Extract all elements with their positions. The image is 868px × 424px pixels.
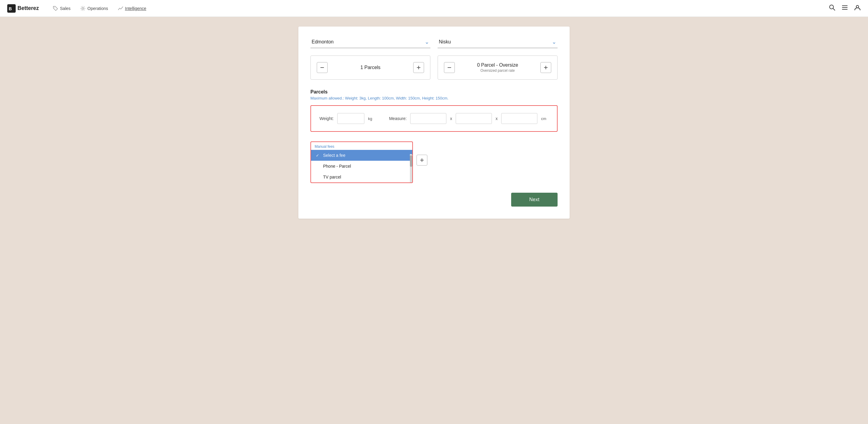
content-card: Edmonton ⌄ Nisku ⌄ 1 [299,27,569,219]
logo-text: Betterez [18,5,39,11]
svg-line-5 [833,8,835,10]
gear-icon [80,6,86,11]
regular-parcel-counter: 1 Parcels [310,56,430,80]
user-icon[interactable] [854,4,861,12]
from-chevron-icon: ⌄ [425,39,429,45]
svg-rect-12 [418,66,419,69]
next-button[interactable]: Next [511,193,558,207]
fee-option-select-label: Select a fee [323,153,345,158]
check-icon: ✓ [316,153,321,158]
header-actions [829,4,861,12]
chart-icon [118,6,123,11]
to-location-value: Nisku [439,39,451,44]
svg-point-9 [856,5,859,8]
parcel-dimensions-form: Weight: kg Measure: x x cm [310,105,558,132]
nav-intelligence-label: Intelligence [125,6,147,11]
nav-sales[interactable]: Sales [49,3,75,13]
main-nav: Sales Operations Intelligence [49,3,829,13]
parcel-form-row: Weight: kg Measure: x x cm [319,113,549,124]
oversize-parcel-subtitle: Oversized parcel rate [455,68,540,73]
svg-point-2 [54,7,55,7]
weight-label: Weight: [319,116,334,121]
fee-option-tv-parcel-label: TV parcel [323,175,341,179]
fee-option-phone-parcel-label: Phone - Parcel [323,164,351,169]
nav-operations[interactable]: Operations [76,3,112,13]
measure-label: Measure: [389,116,407,121]
regular-parcel-content: 1 Parcels [328,65,413,70]
main-content: Edmonton ⌄ Nisku ⌄ 1 [54,17,814,424]
tag-icon [53,6,58,11]
menu-icon[interactable] [841,4,848,12]
parcels-section-title: Parcels [310,89,558,95]
to-location-dropdown[interactable]: Nisku ⌄ [438,36,558,48]
scrollbar-thumb [410,155,412,167]
location-row: Edmonton ⌄ Nisku ⌄ [310,36,558,48]
main-header: B Betterez Sales Operations Intelligence [0,0,868,17]
nav-operations-label: Operations [87,6,108,11]
weight-input[interactable] [337,113,364,124]
oversize-parcel-counter: 0 Parcel - Oversize Oversized parcel rat… [438,56,558,80]
to-chevron-icon: ⌄ [552,39,556,45]
from-location-value: Edmonton [312,39,334,44]
x-separator-2: x [495,116,498,121]
parcels-section-hint: Maximum allowed.: Weight: 3kg, Length: 1… [310,96,558,100]
add-fee-button[interactable] [416,155,427,165]
manual-fees-dropdown[interactable]: Manual fees ✓ Select a fee Phone - Parce… [310,142,413,183]
svg-point-3 [82,7,84,9]
right-panel [814,17,868,424]
logo-icon: B [7,4,16,13]
left-panel [0,17,54,424]
logo[interactable]: B Betterez [7,4,39,13]
oversize-parcel-increment-button[interactable] [540,62,551,73]
nav-sales-label: Sales [60,6,70,11]
manual-fees-section: Manual fees ✓ Select a fee Phone - Parce… [310,142,558,183]
actions-row: Next [310,193,558,207]
fee-option-phone-parcel[interactable]: Phone - Parcel [311,161,412,172]
height-input[interactable] [501,113,537,124]
nav-intelligence[interactable]: Intelligence [114,3,151,13]
regular-parcel-increment-button[interactable] [413,62,424,73]
oversize-parcel-content: 0 Parcel - Oversize Oversized parcel rat… [455,62,540,73]
regular-parcel-count-label: 1 Parcels [328,65,413,70]
oversize-parcel-count-label: 0 Parcel - Oversize [455,62,540,68]
weight-unit: kg [368,116,372,121]
fee-option-tv-parcel[interactable]: TV parcel [311,172,412,182]
parcel-count-row: 1 Parcels 0 [310,56,558,80]
width-input[interactable] [456,113,492,124]
dropdown-scrollbar [410,154,412,182]
oversize-parcel-decrement-button[interactable] [444,62,455,73]
svg-text:B: B [9,6,12,11]
search-icon[interactable] [829,4,835,12]
manual-fees-label: Manual fees [311,142,412,150]
regular-parcel-decrement-button[interactable] [317,62,328,73]
svg-rect-10 [320,67,324,68]
length-input[interactable] [410,113,446,124]
x-separator-1: x [450,116,452,121]
fee-option-select[interactable]: ✓ Select a fee [311,150,412,161]
svg-rect-15 [546,66,546,69]
from-location-dropdown[interactable]: Edmonton ⌄ [310,36,430,48]
parcels-section: Parcels Maximum allowed.: Weight: 3kg, L… [310,89,558,132]
measure-unit: cm [541,116,546,121]
fee-options-list: ✓ Select a fee Phone - Parcel TV parcel [311,150,412,182]
svg-rect-13 [447,67,451,68]
svg-rect-17 [422,158,422,162]
